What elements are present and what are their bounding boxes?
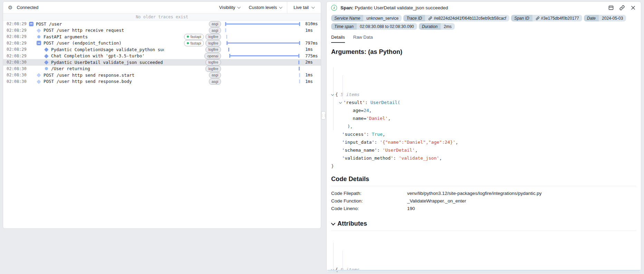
code-detail-label: Code Filepath: — [331, 190, 407, 197]
trace-label: Chat Completion with 'gpt-3.5-turbo' — [51, 53, 145, 58]
minus-square-glyph — [29, 22, 33, 26]
scope-badge: logfire — [205, 59, 221, 66]
trace-row[interactable]: 02:08:29POST /user http receive requesta… — [3, 27, 321, 34]
chip-value: unknown_service — [363, 15, 402, 21]
code-token: age= — [331, 108, 364, 113]
span-diamond-icon — [36, 79, 41, 84]
trace-row[interactable]: 02:08:29Pydantic CompletionUsage validat… — [3, 46, 321, 53]
trace-badges: asgi — [164, 21, 223, 27]
chip-value: 2ms — [441, 23, 455, 30]
trace-timestamp: 02:08:29 — [3, 54, 27, 58]
live-tail-dropdown[interactable]: Live tail — [287, 2, 321, 13]
duration-label: 1ms — [302, 79, 321, 84]
diamond-glyph — [44, 60, 48, 64]
scope-badge: openai — [204, 53, 221, 59]
span-diamond-icon — [44, 60, 49, 65]
divider — [331, 186, 636, 186]
trace-row[interactable]: 02:08:30POST /user http send response.st… — [3, 72, 321, 78]
scope-badge: fastapi — [184, 40, 204, 46]
trace-badges: logfire — [164, 59, 223, 66]
code-token — [331, 148, 342, 153]
trace-label: POST /user http send response.start — [44, 73, 134, 78]
collapse-toggle-icon[interactable] — [36, 41, 41, 46]
trace-tree-cell: FastAPI arguments — [27, 34, 164, 39]
duration-label: 1ms — [302, 28, 321, 33]
close-icon[interactable] — [630, 5, 636, 11]
indent-guide — [333, 243, 334, 272]
trace-tree-cell: /User returning — [27, 66, 164, 71]
metadata-chip[interactable]: Date2024-05-03 — [584, 15, 626, 21]
code-token: , — [388, 116, 391, 121]
trace-tree-cell: POST /user http receive request — [27, 28, 164, 33]
code-token: , — [369, 108, 372, 113]
metadata-chip[interactable]: Service Nameunknown_service — [331, 15, 402, 21]
chevron-down-icon — [237, 5, 241, 9]
trace-label: /User returning — [51, 66, 90, 71]
chip-value: #e8224d24d41f064b112c6eb9cb58cacf — [425, 15, 509, 21]
indent-guide — [343, 75, 343, 99]
metadata-chip[interactable]: Span ID#3e175db4f0b20177 — [511, 15, 582, 21]
indent-guide — [333, 67, 334, 130]
span-title-prefix: Span: — [340, 5, 354, 10]
duration-bar-track — [223, 53, 302, 59]
trace-row[interactable]: 02:08:29FastAPI argumentsfastapilogfire — [3, 34, 321, 40]
trace-row[interactable]: 02:08:29POST /user (endpoint_function)fa… — [3, 40, 321, 47]
trace-row[interactable]: 02:08:29POST /userasgi810ms — [3, 21, 321, 27]
trace-row[interactable]: 02:08:30POST /user http send response.bo… — [3, 78, 321, 85]
code-token — [331, 100, 339, 105]
code-token: UserDetail( — [371, 100, 400, 105]
chevron-down-icon — [279, 5, 282, 9]
trace-row[interactable]: 02:08:30Pydantic UserDetail validate_jso… — [3, 59, 321, 66]
chevron-down-icon — [331, 221, 336, 226]
diamond-glyph — [37, 73, 41, 77]
chevron-down-icon — [311, 5, 315, 9]
visibility-dropdown[interactable]: Visibility — [219, 5, 240, 10]
metadata-chip[interactable]: Trace ID#e8224d24d41f064b112c6eb9cb58cac… — [403, 15, 509, 21]
copy-link-icon[interactable] — [619, 5, 625, 11]
code-token: , — [439, 155, 442, 161]
code-line: name='Daniel', — [331, 114, 636, 122]
trace-row[interactable]: 02:08:30/User returninglogfire — [3, 66, 321, 72]
badge-label: logfire — [208, 67, 218, 71]
code-token: 'Daniel' — [366, 116, 388, 121]
trace-badges: asgi — [164, 72, 223, 78]
metadata-chip[interactable]: Duration2ms — [419, 23, 455, 30]
duration-bar — [299, 73, 300, 77]
settings-gear-icon[interactable]: ⚙ — [8, 4, 12, 11]
span-detail-header: i Span: Pydantic UserDetail validate_jso… — [327, 2, 641, 13]
chip-value: 2024-05-03 — [599, 15, 626, 21]
collapse-toggle-icon[interactable] — [29, 21, 33, 26]
badge-label: asgi — [212, 22, 218, 26]
scope-badge: logfire — [205, 47, 221, 53]
chip-value: 02:08:30.088 to 02:08:30.090 — [357, 23, 417, 30]
code-token: , — [415, 148, 418, 153]
diamond-glyph — [44, 54, 48, 58]
tab-raw-data[interactable]: Raw Data — [353, 35, 373, 43]
circle-glyph — [37, 35, 40, 38]
duration-bar-track — [223, 27, 302, 34]
scope-badge: asgi — [209, 21, 221, 27]
trace-label: POST /user http send response.body — [44, 79, 132, 84]
chip-value-text: 02:08:30.088 to 02:08:30.090 — [360, 24, 414, 29]
duration-bar — [299, 67, 300, 70]
chip-value-text: #3e175db4f0b20177 — [541, 16, 579, 21]
horizontal-scrollbar[interactable] — [327, 270, 641, 272]
code-line: 'schema_name': 'UserDetail', — [331, 146, 636, 154]
span-detail-panel: i Span: Pydantic UserDetail validate_jso… — [326, 1, 641, 272]
scope-badge: logfire — [205, 34, 221, 40]
scope-badge: asgi — [209, 72, 221, 78]
badge-label: logfire — [208, 48, 218, 51]
code-line: age=24, — [331, 106, 636, 114]
trace-timestamp: 02:08:30 — [3, 73, 27, 77]
attributes-section-toggle[interactable]: Attributes — [331, 220, 636, 227]
scope-badge: fastapi — [184, 34, 204, 40]
panel-resize-handle[interactable]: ⋮⋮ — [321, 111, 326, 120]
trace-row[interactable]: 02:08:29Chat Completion with 'gpt-3.5-tu… — [3, 53, 321, 59]
span-diamond-icon — [44, 54, 49, 58]
collapse-chevron-icon[interactable] — [339, 101, 342, 104]
code-token: True — [372, 132, 382, 137]
metadata-chip[interactable]: Time span02:08:30.088 to 02:08:30.090 — [331, 23, 417, 30]
custom-levels-dropdown[interactable]: Custom levels — [249, 5, 281, 10]
tab-details[interactable]: Details — [331, 35, 345, 43]
dock-panel-icon[interactable] — [608, 5, 614, 11]
